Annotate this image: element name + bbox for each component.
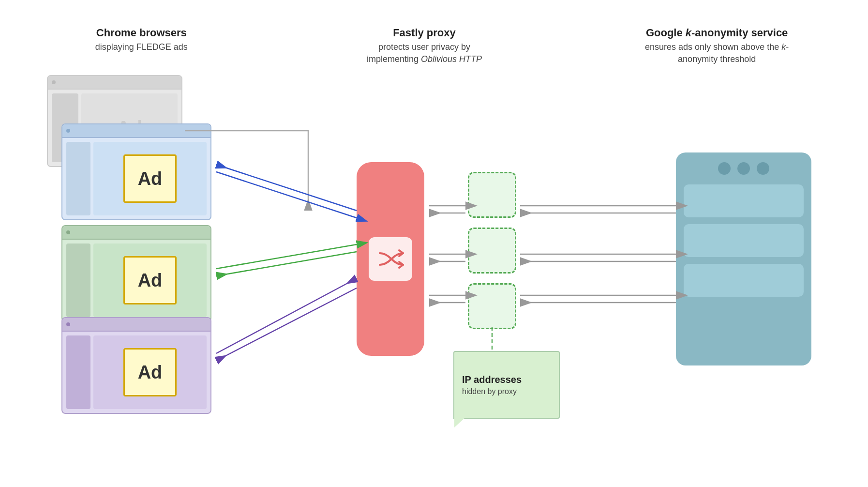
browser-purple: Ad: [61, 317, 211, 414]
browser-purple-sidebar: [66, 335, 90, 409]
browser-green-dot: [66, 230, 70, 234]
browser-blue-dot: [66, 129, 70, 133]
browser-blue-sidebar: [66, 142, 90, 215]
browser-green-main: Ad: [93, 244, 207, 317]
header-col-google: Google k-anonymity service ensures ads o…: [635, 27, 799, 65]
header-col-fastly: Fastly proxy protects user privacy by im…: [352, 27, 497, 65]
fastly-subtitle-italic: Oblivious HTTP: [421, 54, 482, 64]
green-box-3: [468, 283, 516, 329]
ip-subtitle: hidden by proxy: [462, 387, 551, 396]
ad-label-blue: Ad: [138, 168, 163, 189]
fastly-title: Fastly proxy: [352, 27, 497, 39]
browser-blue: Ad: [61, 123, 211, 220]
google-title-italic: k: [686, 27, 691, 39]
browser-gray-bar: [48, 76, 181, 90]
google-title-part1: Google: [646, 27, 686, 39]
ad-box-purple: Ad: [123, 348, 177, 396]
server-row-2: [684, 224, 804, 257]
diagram-container: Chrome browsers displaying FLEDGE ads Fa…: [0, 0, 868, 487]
browser-blue-body: Ad: [62, 138, 210, 219]
server-dots: [684, 162, 804, 175]
fastly-subtitle: protects user privacy by implementing Ob…: [352, 41, 497, 65]
ip-title: IP addresses: [462, 374, 551, 385]
server-row-3: [684, 264, 804, 297]
green-box-2: [468, 228, 516, 274]
header-row: Chrome browsers displaying FLEDGE ads Fa…: [0, 0, 868, 75]
browser-purple-dot: [66, 322, 70, 326]
proxy-icon: [369, 237, 412, 281]
browser-blue-main: Ad: [93, 142, 207, 215]
ad-box-green: Ad: [123, 256, 177, 304]
shuffle-icon: [376, 244, 405, 274]
server-dot-2: [737, 162, 750, 175]
ad-label-green: Ad: [138, 270, 163, 291]
google-subtitle: ensures ads only shown above the k-anony…: [635, 41, 799, 65]
browser-purple-main: Ad: [93, 335, 207, 409]
green-box-1: [468, 172, 516, 218]
diagram-area: Ad Ad: [47, 75, 821, 438]
browser-purple-body: Ad: [62, 332, 210, 413]
browser-green: Ad: [61, 225, 211, 322]
server-dot-1: [718, 162, 731, 175]
server-row-1: [684, 184, 804, 217]
google-server: [676, 152, 811, 365]
browser-green-sidebar: [66, 244, 90, 317]
header-col-chrome: Chrome browsers displaying FLEDGE ads: [69, 27, 214, 65]
browser-blue-bar: [62, 124, 210, 138]
fastly-proxy: [357, 162, 424, 356]
google-title: Google k-anonymity service: [635, 27, 799, 39]
server-dot-3: [757, 162, 769, 175]
chrome-title: Chrome browsers: [69, 27, 214, 39]
green-boxes-group: [468, 172, 516, 329]
browser-gray-dot: [52, 80, 56, 84]
google-title-part2: -anonymity service: [691, 27, 788, 39]
browser-purple-bar: [62, 318, 210, 332]
ad-box-blue: Ad: [123, 154, 177, 203]
browser-green-body: Ad: [62, 240, 210, 321]
chrome-subtitle: displaying FLEDGE ads: [69, 41, 214, 53]
ip-box: IP addresses hidden by proxy: [453, 351, 560, 419]
browser-green-bar: [62, 226, 210, 240]
ad-label-purple: Ad: [138, 362, 163, 383]
